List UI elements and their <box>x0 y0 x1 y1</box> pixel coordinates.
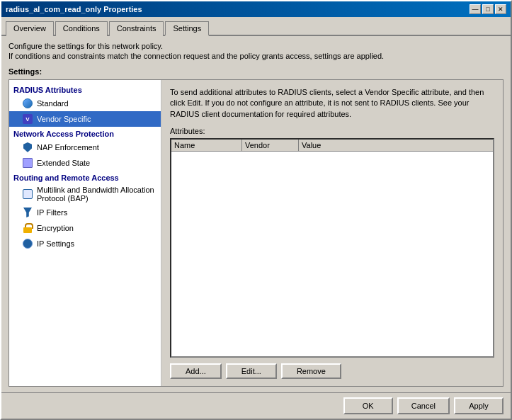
remove-button[interactable]: Remove <box>281 363 341 379</box>
globe-icon <box>22 98 33 109</box>
sidebar-item-extended-state-label: Extended State <box>37 159 90 167</box>
apply-button[interactable]: Apply <box>454 397 504 414</box>
attributes-label: Attributes: <box>170 127 494 135</box>
sidebar-item-ip-settings-label: IP Settings <box>37 239 74 248</box>
sidebar-item-encryption[interactable]: Encryption <box>9 220 161 236</box>
shield-icon <box>22 142 33 153</box>
attributes-table: Name Vendor Value <box>170 138 494 358</box>
left-panel: RADIUS Attributes Standard V Vendor Spec… <box>9 80 161 386</box>
cancel-button[interactable]: Cancel <box>397 397 450 414</box>
info-text: To send additional attributes to RADIUS … <box>170 87 494 120</box>
content-area: Configure the settings for this network … <box>1 36 511 392</box>
sidebar-item-extended-state[interactable]: Extended State <box>9 155 161 171</box>
sidebar-item-multilink[interactable]: Multilink and Bandwidth Allocation Proto… <box>9 183 161 205</box>
multilink-icon <box>22 188 33 200</box>
cube-icon <box>22 157 33 169</box>
col-header-value: Value <box>299 140 493 151</box>
title-bar: radius_al_com_read_only Properties — □ ✕ <box>1 1 511 17</box>
action-buttons: Add... Edit... Remove <box>170 363 494 379</box>
window-controls: — □ ✕ <box>470 4 506 14</box>
maximize-button[interactable]: □ <box>482 4 494 14</box>
vendor-icon: V <box>22 113 33 125</box>
tab-settings[interactable]: Settings <box>165 21 209 36</box>
tab-constraints[interactable]: Constraints <box>109 21 164 36</box>
right-panel: To send additional attributes to RADIUS … <box>161 80 503 386</box>
section-header-nap: Network Access Protection <box>9 127 161 140</box>
description-text: Configure the settings for this network … <box>8 42 504 62</box>
ok-button[interactable]: OK <box>343 397 393 414</box>
sidebar-item-nap-enforcement-label: NAP Enforcement <box>37 143 99 152</box>
tabs-bar: Overview Conditions Constraints Settings <box>1 17 511 36</box>
sidebar-item-ip-filters-label: IP Filters <box>37 208 67 217</box>
description-line2: If conditions and constraints match the … <box>8 52 504 60</box>
sidebar-item-standard[interactable]: Standard <box>9 96 161 111</box>
sidebar-item-nap-enforcement[interactable]: NAP Enforcement <box>9 140 161 155</box>
tab-conditions[interactable]: Conditions <box>55 21 108 36</box>
section-header-routing: Routing and Remote Access <box>9 171 161 183</box>
lock-icon <box>22 222 33 234</box>
add-button[interactable]: Add... <box>170 363 222 379</box>
col-header-name: Name <box>171 140 242 151</box>
table-header: Name Vendor Value <box>171 140 493 152</box>
main-panel: RADIUS Attributes Standard V Vendor Spec… <box>8 79 504 387</box>
window-title: radius_al_com_read_only Properties <box>6 5 142 13</box>
minimize-button[interactable]: — <box>470 4 481 14</box>
bottom-bar: OK Cancel Apply <box>1 392 511 419</box>
section-header-radius: RADIUS Attributes <box>9 83 161 96</box>
tab-overview[interactable]: Overview <box>6 21 54 36</box>
col-header-vendor: Vendor <box>242 140 299 151</box>
settings-icon <box>22 238 33 249</box>
sidebar-item-multilink-label: Multilink and Bandwidth Allocation Proto… <box>37 186 157 203</box>
sidebar-item-standard-label: Standard <box>37 99 69 108</box>
close-button[interactable]: ✕ <box>495 4 506 14</box>
edit-button[interactable]: Edit... <box>226 363 277 379</box>
description-line1: Configure the settings for this network … <box>8 42 504 50</box>
settings-label: Settings: <box>8 67 504 76</box>
sidebar-item-vendor-specific-label: Vendor Specific <box>37 115 91 123</box>
filter-icon <box>22 207 33 218</box>
main-window: radius_al_com_read_only Properties — □ ✕… <box>0 0 512 420</box>
sidebar-item-ip-settings[interactable]: IP Settings <box>9 236 161 251</box>
sidebar-item-ip-filters[interactable]: IP Filters <box>9 205 161 220</box>
sidebar-item-encryption-label: Encryption <box>37 224 74 232</box>
sidebar-item-vendor-specific[interactable]: V Vendor Specific <box>9 111 161 127</box>
